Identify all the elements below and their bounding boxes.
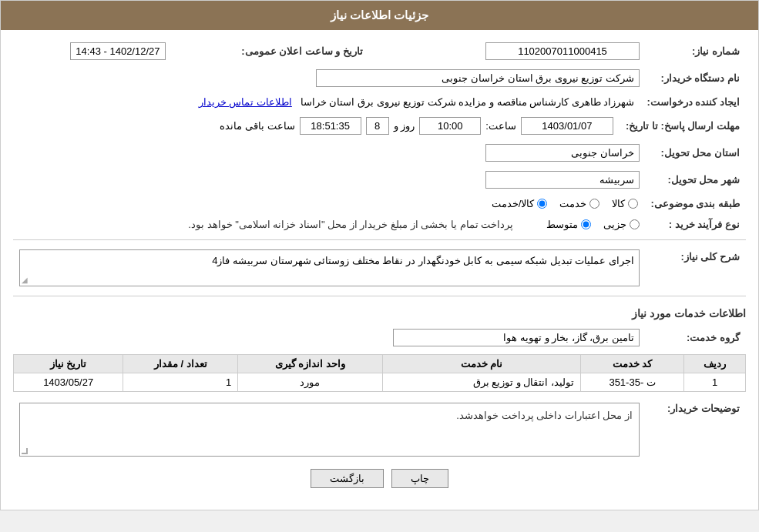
tarikh-value: 1402/12/27 - 14:43 bbox=[70, 42, 165, 60]
cell-vahed: مورد bbox=[238, 373, 383, 392]
col-tarikh: تاریخ نیاز bbox=[14, 355, 123, 373]
ostan-value: خراسان جنوبی bbox=[485, 144, 640, 162]
radio-kala-khedmat: کالا/خدمت bbox=[492, 198, 548, 209]
ijad-value: شهرزاد طاهری کارشناس مناقصه و مزایده شرک… bbox=[301, 96, 635, 108]
gorooh-label: گروه خدمت: bbox=[646, 326, 746, 350]
ostan-label: استان محل تحویل: bbox=[646, 141, 746, 165]
mohlat-time-label: ساعت: bbox=[485, 120, 516, 132]
page-header: جزئیات اطلاعات نیاز bbox=[1, 1, 758, 30]
ijad-label: ایجاد کننده درخواست: bbox=[640, 93, 746, 111]
mohlat-countdown: 18:51:35 bbox=[300, 117, 361, 135]
button-row: چاپ بازگشت bbox=[13, 460, 746, 500]
tosif-value: از محل اعتبارات داخلی پرداخت خواهدشد. bbox=[456, 410, 633, 421]
mohlat-roz-label: روز و bbox=[394, 120, 415, 132]
sharh-value: اجرای عملیات تبدیل شبکه سیمی به کابل خود… bbox=[212, 255, 634, 266]
shomara-value: 1102007011000415 bbox=[485, 42, 640, 60]
dastgah-value: شرکت توزیع نیروی برق استان خراسان جنوبی bbox=[316, 69, 640, 87]
col-kod: کد خدمت bbox=[581, 355, 684, 373]
col-vahed: واحد اندازه گیری bbox=[238, 355, 383, 373]
col-tedad: تعداد / مقدار bbox=[123, 355, 238, 373]
noe-label: نوع فرآیند خرید : bbox=[646, 216, 746, 233]
cell-tedad: 1 bbox=[123, 373, 238, 392]
radio-jozi: جزیی bbox=[603, 219, 640, 230]
radio-motavaset: متوسط bbox=[546, 219, 591, 230]
table-row: 1ت -35-351تولید، انتقال و توزیع برقمورد1… bbox=[14, 373, 746, 392]
ijad-link[interactable]: اطلاعات تماس خریدار bbox=[199, 96, 292, 108]
shomara-label: شماره نیاز: bbox=[646, 39, 746, 63]
radio-kala: کالا bbox=[612, 198, 638, 209]
shahr-value: سربیشه bbox=[485, 171, 640, 189]
services-table: ردیف کد خدمت نام خدمت واحد اندازه گیری ت… bbox=[13, 354, 746, 392]
noe-description: پرداخت تمام یا بخشی از مبلغ خریدار از مح… bbox=[188, 219, 513, 230]
header-title: جزئیات اطلاعات نیاز bbox=[331, 8, 428, 22]
col-name: نام خدمت bbox=[382, 355, 580, 373]
mohlat-date: 1403/01/07 bbox=[521, 117, 613, 135]
radio-khedmat: خدمت bbox=[559, 198, 599, 209]
mohlat-time: 10:00 bbox=[419, 117, 481, 135]
tosif-label: توضیحات خریدار: bbox=[646, 398, 746, 460]
cell-tarikh: 1403/05/27 bbox=[14, 373, 123, 392]
sharh-label: شرح کلی نیاز: bbox=[646, 246, 746, 289]
khadamat-section-title: اطلاعات خدمات مورد نیاز bbox=[13, 307, 746, 320]
shahr-label: شهر محل تحویل: bbox=[646, 168, 746, 192]
cell-kod: ت -35-351 bbox=[581, 373, 684, 392]
tarikh-label: تاریخ و ساعت اعلان عمومی: bbox=[172, 39, 370, 63]
dastgah-label: نام دستگاه خریدار: bbox=[646, 66, 746, 90]
mohlat-label: مهلت ارسال پاسخ: تا تاریخ: bbox=[620, 114, 746, 138]
cell-radif: 1 bbox=[684, 373, 746, 392]
mohlat-saat-label: ساعت باقی مانده bbox=[220, 120, 294, 132]
tabagheh-label: طبقه بندی موضوعی: bbox=[644, 195, 746, 212]
tosif-box: از محل اعتبارات داخلی پرداخت خواهدشد. bbox=[19, 403, 640, 457]
cell-name: تولید، انتقال و توزیع برق bbox=[382, 373, 580, 392]
resize-corner bbox=[22, 448, 28, 454]
print-button[interactable]: چاپ bbox=[391, 469, 448, 488]
col-radif: ردیف bbox=[684, 355, 746, 373]
back-button[interactable]: بازگشت bbox=[311, 469, 384, 488]
gorooh-value: تامین برق، گاز، بخار و تهویه هوا bbox=[393, 329, 640, 346]
mohlat-roz: 8 bbox=[366, 117, 389, 135]
